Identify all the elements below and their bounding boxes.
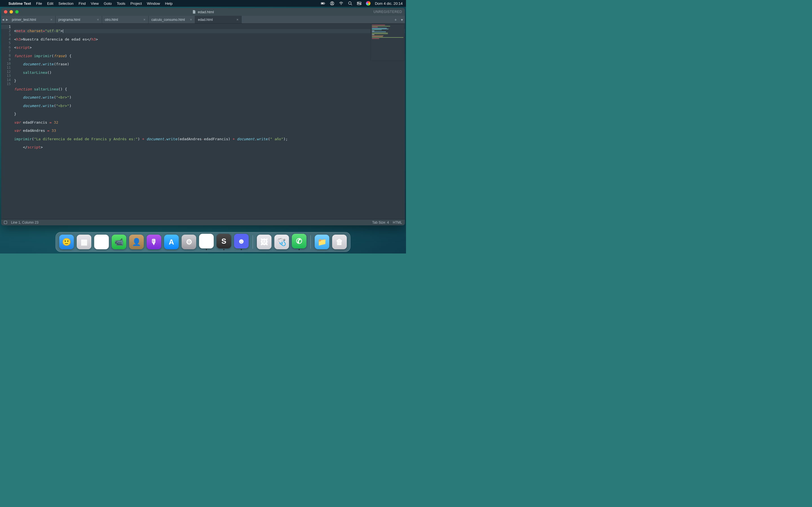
line-number: 11 xyxy=(1,66,11,70)
svg-point-10 xyxy=(360,4,361,4)
running-indicator-icon xyxy=(299,249,300,250)
line-number: 6 xyxy=(1,45,11,50)
dock-app-photos[interactable]: ✿ xyxy=(94,235,109,249)
dock-app-launchpad[interactable]: ▦ xyxy=(77,235,91,249)
menu-tools[interactable]: Tools xyxy=(117,1,125,6)
dock-app-sublime[interactable]: S xyxy=(216,234,231,250)
dock-app-appstore[interactable]: A xyxy=(164,235,179,249)
app-menu[interactable]: Sublime Text xyxy=(8,1,31,6)
tab-history-forward[interactable]: ▶ xyxy=(5,16,9,23)
dock-app-discord[interactable]: ☻ xyxy=(234,234,249,250)
code-line: document.write(frase) xyxy=(14,62,405,66)
line-number: 10 xyxy=(1,62,11,66)
siri-icon[interactable] xyxy=(366,1,370,6)
code-line: document.write("<br>") xyxy=(14,96,405,100)
sidebar-toggle-icon[interactable] xyxy=(4,221,7,224)
menu-window[interactable]: Window xyxy=(147,1,160,6)
menu-goto[interactable]: Goto xyxy=(104,1,112,6)
line-number: 15 xyxy=(1,82,11,86)
dock-app-facetime[interactable]: 📹 xyxy=(112,235,126,249)
dock-app-podcasts[interactable]: 🎙 xyxy=(147,235,161,249)
dock-app-contacts[interactable]: 👤 xyxy=(129,235,144,249)
new-tab-button[interactable]: + xyxy=(393,16,399,23)
code-line: function saltarLinea() { xyxy=(14,87,405,92)
line-number: 9 xyxy=(1,57,11,62)
code-line: <meta charset="utf-8"> xyxy=(14,29,405,33)
code-line: var edadFrancis = 32 xyxy=(14,121,405,125)
dock-separator xyxy=(310,235,311,249)
tab-size[interactable]: Tab Size: 4 xyxy=(372,221,389,224)
tab-otro[interactable]: otro.html× xyxy=(102,16,149,23)
dock-app-whatsapp[interactable]: ✆ xyxy=(292,234,306,250)
wifi-icon[interactable] xyxy=(339,1,343,6)
svg-rect-1 xyxy=(324,3,325,4)
close-icon[interactable]: × xyxy=(143,17,146,22)
svg-point-6 xyxy=(349,2,351,4)
tab-label: primer_test.html xyxy=(12,18,36,22)
sublime-window: edad.html UNREGISTERED ◀ ▶ primer_test.h… xyxy=(1,8,405,225)
tab-label: calculo_consumo.html xyxy=(151,18,185,22)
svg-point-9 xyxy=(358,2,358,3)
window-title: edad.html xyxy=(192,10,214,14)
zoom-button[interactable] xyxy=(15,10,18,13)
tab-bar: ◀ ▶ primer_test.html× programa.html× otr… xyxy=(1,16,405,24)
line-number: 4 xyxy=(1,37,11,41)
line-number: 1 xyxy=(1,25,11,29)
tab-edad[interactable]: edad.html× xyxy=(195,16,242,23)
menu-selection[interactable]: Selection xyxy=(58,1,73,6)
close-button[interactable] xyxy=(4,10,7,13)
cursor-position[interactable]: Line 1, Column 23 xyxy=(11,221,38,224)
window-title-text: edad.html xyxy=(198,10,214,14)
svg-point-4 xyxy=(331,2,333,4)
spotlight-icon[interactable] xyxy=(348,1,352,6)
menu-project[interactable]: Project xyxy=(131,1,142,6)
menu-edit[interactable]: Edit xyxy=(47,1,53,6)
code-editor[interactable]: 1 2 3 4 5 6 7 8 9 10 11 12 13 14 15 <met… xyxy=(1,24,405,219)
menu-help[interactable]: Help xyxy=(165,1,172,6)
line-number-gutter[interactable]: 1 2 3 4 5 6 7 8 9 10 11 12 13 14 15 xyxy=(1,24,13,219)
text-cursor xyxy=(63,29,63,33)
menu-file[interactable]: File xyxy=(36,1,42,6)
code-line: <h3>Nuestra diferencia de edad es</h3> xyxy=(14,38,405,42)
dock-app-folder[interactable]: 📁 xyxy=(315,235,329,249)
window-titlebar[interactable]: edad.html UNREGISTERED xyxy=(1,8,405,16)
tab-label: edad.html xyxy=(198,18,213,22)
dock-app-trash[interactable]: 🗑 xyxy=(332,235,347,249)
minimize-button[interactable] xyxy=(10,10,13,13)
menubar-clock[interactable]: Dom 4 dic. 20:14 xyxy=(375,1,403,6)
unregistered-label: UNREGISTERED xyxy=(373,10,402,14)
tab-history-back[interactable]: ◀ xyxy=(1,16,5,23)
status-bar: Line 1, Column 23 Tab Size: 4 HTML xyxy=(1,219,405,225)
dock-app-finder[interactable]: 🙂 xyxy=(59,235,74,249)
syntax-mode[interactable]: HTML xyxy=(393,221,402,224)
code-line: var edadAndres = 33 xyxy=(14,129,405,133)
menu-view[interactable]: View xyxy=(91,1,99,6)
tab-programa[interactable]: programa.html× xyxy=(56,16,102,23)
tab-calculo-consumo[interactable]: calculo_consumo.html× xyxy=(149,16,195,23)
close-icon[interactable]: × xyxy=(97,17,99,22)
menu-find[interactable]: Find xyxy=(79,1,86,6)
battery-icon[interactable] xyxy=(321,1,325,6)
user-icon[interactable] xyxy=(330,1,335,6)
tab-primer-test[interactable]: primer_test.html× xyxy=(9,16,56,23)
dock-app-preview[interactable]: 🖼 xyxy=(257,235,271,249)
running-indicator-icon xyxy=(241,249,242,250)
running-indicator-icon xyxy=(206,249,207,250)
close-icon[interactable]: × xyxy=(236,17,239,22)
line-number: 3 xyxy=(1,33,11,37)
document-icon xyxy=(192,10,196,14)
code-line: } xyxy=(14,79,405,83)
dock-app-settings[interactable]: ⚙︎ xyxy=(182,235,196,249)
tab-dropdown-button[interactable]: ▾ xyxy=(399,16,405,23)
minimap[interactable] xyxy=(370,24,404,61)
dock-app-chrome[interactable]: ◎ xyxy=(199,234,214,250)
control-center-icon[interactable] xyxy=(357,1,361,6)
tab-label: otro.html xyxy=(105,18,118,22)
macos-dock: 🙂▦✿📹👤🎙A⚙︎◎S☻🖼🩺✆📁🗑 xyxy=(56,232,350,252)
code-area[interactable]: <meta charset="utf-8"> <h3>Nuestra difer… xyxy=(13,24,405,219)
code-line: imprimir("La diferencia de edad de Franc… xyxy=(14,137,405,142)
line-number: 13 xyxy=(1,74,11,78)
close-icon[interactable]: × xyxy=(50,17,52,22)
close-icon[interactable]: × xyxy=(190,17,192,22)
dock-app-diskutil[interactable]: 🩺 xyxy=(274,235,289,249)
